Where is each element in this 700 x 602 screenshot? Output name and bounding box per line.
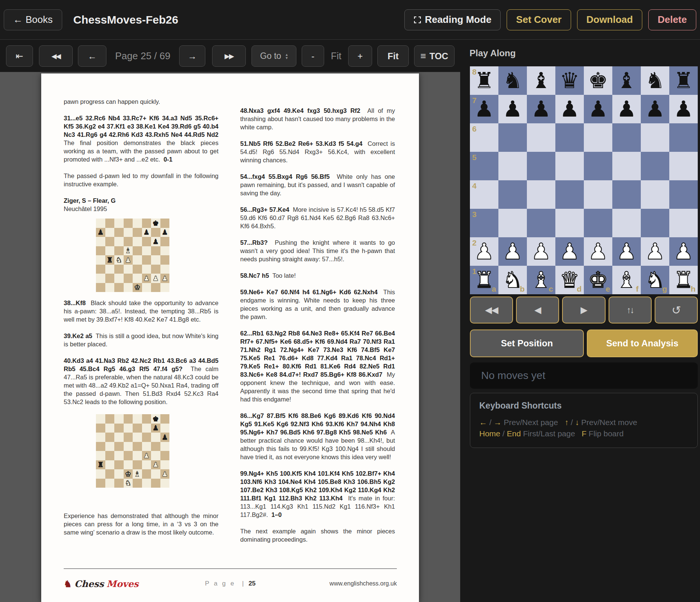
board-square-c5[interactable] (527, 152, 555, 180)
board-square-d7[interactable]: ♟ (555, 95, 584, 123)
board-square-f7[interactable]: ♟ (612, 95, 641, 123)
chess-piece-white-bishop[interactable]: ♝ (612, 266, 641, 294)
goto-page-select[interactable]: Go to ▴▾ (251, 45, 296, 67)
board-square-h7[interactable]: ♟ (669, 95, 698, 123)
board-square-g6[interactable] (641, 123, 669, 152)
chess-piece-black-knight[interactable]: ♞ (498, 66, 527, 95)
chess-piece-black-queen[interactable]: ♛ (555, 66, 584, 95)
board-square-a1[interactable]: 1a♜ (470, 266, 498, 294)
board-square-f1[interactable]: f♝ (612, 266, 641, 294)
chess-piece-black-pawn[interactable]: ♟ (641, 95, 669, 123)
chess-piece-black-bishop[interactable]: ♝ (612, 66, 641, 95)
play-along-board[interactable]: 8♜♞♝♛♚♝♞♜7♟♟♟♟♟♟♟♟65432♟♟♟♟♟♟♟♟1a♜b♞c♝d♛… (470, 66, 698, 294)
back-to-books-button[interactable]: ← Books (4, 9, 62, 30)
board-square-h3[interactable] (669, 209, 698, 237)
board-square-e8[interactable]: ♚ (584, 66, 612, 95)
board-square-b1[interactable]: b♞ (498, 266, 527, 294)
board-square-h4[interactable] (669, 180, 698, 209)
chess-piece-black-pawn[interactable]: ♟ (470, 95, 498, 123)
chess-piece-white-knight[interactable]: ♞ (498, 266, 527, 294)
board-square-e6[interactable] (584, 123, 612, 152)
chess-piece-black-bishop[interactable]: ♝ (527, 66, 555, 95)
chess-piece-white-pawn[interactable]: ♟ (555, 237, 584, 266)
chess-piece-white-bishop[interactable]: ♝ (527, 266, 555, 294)
board-square-h1[interactable]: h♜ (669, 266, 698, 294)
chess-piece-white-pawn[interactable]: ♟ (470, 237, 498, 266)
board-square-c8[interactable]: ♝ (527, 66, 555, 95)
previous-page-button[interactable]: ← (78, 45, 106, 67)
board-square-c3[interactable] (527, 209, 555, 237)
next-move-button[interactable]: ▶ (562, 297, 605, 323)
reset-button[interactable]: ↺ (655, 297, 698, 323)
flip-board-button[interactable]: ↑↓ (609, 297, 652, 323)
board-square-h6[interactable] (669, 123, 698, 152)
board-square-b5[interactable] (498, 152, 527, 180)
chess-piece-black-pawn[interactable]: ♟ (612, 95, 641, 123)
chess-piece-black-pawn[interactable]: ♟ (584, 95, 612, 123)
pdf-viewer[interactable]: pawn progress can happen quickly.31...e5… (0, 72, 460, 602)
board-square-c4[interactable] (527, 180, 555, 209)
board-square-e3[interactable] (584, 209, 612, 237)
board-square-f3[interactable] (612, 209, 641, 237)
board-square-d1[interactable]: d♛ (555, 266, 584, 294)
set-position-button[interactable]: Set Position (470, 329, 584, 357)
board-square-g7[interactable]: ♟ (641, 95, 669, 123)
board-square-g4[interactable] (641, 180, 669, 209)
board-square-e2[interactable]: ♟ (584, 237, 612, 266)
chess-piece-white-knight[interactable]: ♞ (641, 266, 669, 294)
board-square-b4[interactable] (498, 180, 527, 209)
chess-piece-black-king[interactable]: ♚ (584, 66, 612, 95)
board-square-h2[interactable]: ♟ (669, 237, 698, 266)
board-square-f8[interactable]: ♝ (612, 66, 641, 95)
first-page-button[interactable]: ⇤ (6, 45, 33, 67)
toc-button[interactable]: ≡ TOC (414, 45, 455, 67)
board-square-a3[interactable]: 3 (470, 209, 498, 237)
download-button[interactable]: Download (577, 9, 642, 30)
chess-piece-white-pawn[interactable]: ♟ (669, 237, 698, 266)
board-square-a4[interactable]: 4 (470, 180, 498, 209)
board-square-e7[interactable]: ♟ (584, 95, 612, 123)
chess-piece-white-pawn[interactable]: ♟ (584, 237, 612, 266)
set-cover-button[interactable]: Set Cover (507, 9, 571, 30)
zoom-in-button[interactable]: + (348, 45, 372, 67)
board-square-g2[interactable]: ♟ (641, 237, 669, 266)
board-square-d2[interactable]: ♟ (555, 237, 584, 266)
board-square-f5[interactable] (612, 152, 641, 180)
chess-piece-white-pawn[interactable]: ♟ (612, 237, 641, 266)
board-square-a7[interactable]: 7♟ (470, 95, 498, 123)
board-square-d5[interactable] (555, 152, 584, 180)
skip-to-start-button[interactable]: ◀◀ (470, 297, 513, 323)
jump-forward-button[interactable]: ▶▶ (212, 45, 246, 67)
board-square-h8[interactable]: ♜ (669, 66, 698, 95)
board-square-e4[interactable] (584, 180, 612, 209)
chess-piece-white-rook[interactable]: ♜ (669, 266, 698, 294)
board-square-b3[interactable] (498, 209, 527, 237)
board-square-d6[interactable] (555, 123, 584, 152)
board-square-c7[interactable]: ♟ (527, 95, 555, 123)
chess-piece-white-pawn[interactable]: ♟ (641, 237, 669, 266)
send-to-analysis-button[interactable]: Send to Analysis (587, 329, 698, 357)
chess-piece-black-rook[interactable]: ♜ (470, 66, 498, 95)
chess-piece-black-pawn[interactable]: ♟ (498, 95, 527, 123)
board-square-f4[interactable] (612, 180, 641, 209)
board-square-a2[interactable]: 2♟ (470, 237, 498, 266)
board-square-b2[interactable]: ♟ (498, 237, 527, 266)
board-square-b6[interactable] (498, 123, 527, 152)
board-square-a8[interactable]: 8♜ (470, 66, 498, 95)
board-square-d4[interactable] (555, 180, 584, 209)
chess-piece-white-pawn[interactable]: ♟ (527, 237, 555, 266)
chess-piece-white-pawn[interactable]: ♟ (498, 237, 527, 266)
chess-piece-black-rook[interactable]: ♜ (669, 66, 698, 95)
board-square-f2[interactable]: ♟ (612, 237, 641, 266)
chess-piece-black-knight[interactable]: ♞ (641, 66, 669, 95)
chess-piece-white-queen[interactable]: ♛ (555, 266, 584, 294)
chess-piece-black-pawn[interactable]: ♟ (527, 95, 555, 123)
board-square-g3[interactable] (641, 209, 669, 237)
board-square-c6[interactable] (527, 123, 555, 152)
board-square-a5[interactable]: 5 (470, 152, 498, 180)
board-square-g8[interactable]: ♞ (641, 66, 669, 95)
zoom-out-button[interactable]: - (302, 45, 324, 67)
board-square-f6[interactable] (612, 123, 641, 152)
reading-mode-button[interactable]: Reading Mode (404, 9, 501, 30)
fit-button[interactable]: Fit (377, 45, 409, 67)
